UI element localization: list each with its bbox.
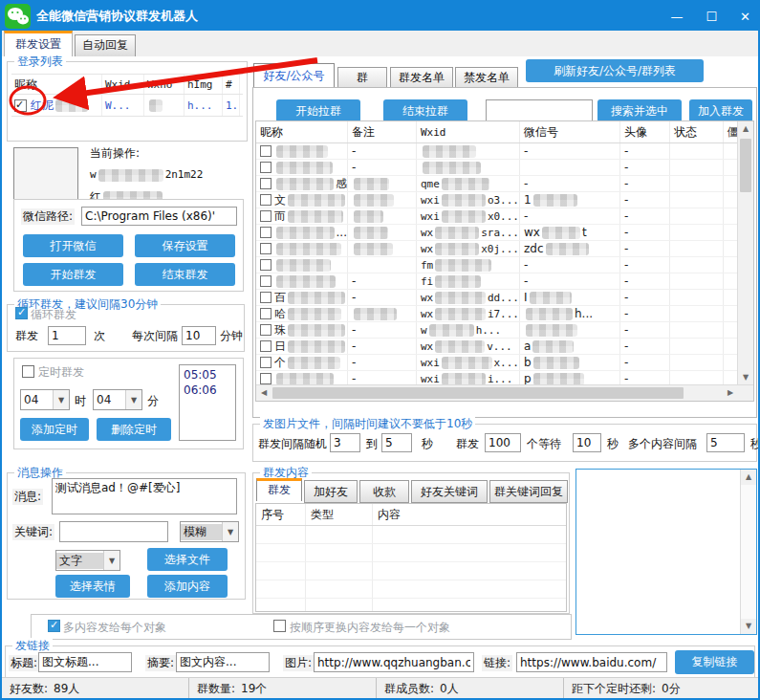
row-checkbox[interactable]: [260, 194, 271, 206]
add-timer-button[interactable]: 添加定时: [20, 418, 89, 441]
friend-row[interactable]: fm--: [256, 257, 753, 273]
interval-prefix: 每次间隔: [132, 328, 178, 344]
scroll-up-icon[interactable]: ▲: [741, 470, 756, 485]
tab-send-list[interactable]: 群发名单: [390, 67, 453, 88]
row-checkbox[interactable]: [260, 292, 271, 303]
row-checkbox[interactable]: [260, 145, 271, 157]
friend-row[interactable]: 感qme--: [256, 176, 753, 192]
select-file-button[interactable]: 选择文件: [147, 548, 228, 571]
log-textarea[interactable]: ▲ ▼: [575, 469, 757, 635]
row-checkbox[interactable]: [260, 324, 271, 336]
timer-send-checkbox[interactable]: [22, 365, 34, 378]
friend-row[interactable]: 日-wxv...a-: [256, 339, 753, 355]
scroll-left-icon[interactable]: ◀: [256, 385, 271, 401]
tab-auto-reply[interactable]: 自动回复: [75, 34, 136, 56]
minimize-button[interactable]: —: [670, 10, 683, 24]
friend-cell: 哈: [256, 306, 348, 321]
maximize-button[interactable]: ☐: [706, 10, 717, 24]
row-checkbox[interactable]: [260, 308, 271, 319]
link-title-input[interactable]: [38, 652, 132, 672]
send-times-input[interactable]: [48, 326, 86, 345]
link-url-input[interactable]: [516, 652, 667, 672]
row-checkbox[interactable]: [260, 243, 271, 254]
interval-max-input[interactable]: [381, 433, 412, 452]
friend-row[interactable]: ---: [256, 143, 753, 160]
start-masssend-button[interactable]: 开始群发: [23, 263, 123, 286]
refresh-list-button[interactable]: 刷新好友/公众号/群列表: [526, 59, 704, 82]
friend-row[interactable]: 而wxix0...--: [256, 208, 753, 225]
login-row[interactable]: 红泥 W... h... 1.: [11, 95, 243, 117]
tab-friends[interactable]: 好友/公众号: [253, 63, 335, 88]
friend-row[interactable]: 个-wxix...b-: [256, 355, 753, 371]
batch-count-input[interactable]: [485, 433, 521, 452]
tab-send-settings[interactable]: 群发设置: [4, 31, 73, 56]
link-summary-input[interactable]: [176, 652, 270, 672]
loop-send-checkbox[interactable]: [15, 307, 28, 319]
multi-content-checkbox[interactable]: [48, 620, 60, 632]
redacted-block: [288, 340, 345, 353]
link-image-input[interactable]: [314, 652, 474, 672]
close-button[interactable]: ✕: [740, 10, 750, 24]
row-checkbox[interactable]: [260, 227, 271, 238]
scroll-down-icon[interactable]: ▼: [741, 619, 756, 634]
minute-select[interactable]: 04▼: [93, 389, 142, 410]
tab-block-list[interactable]: 禁发名单: [455, 67, 518, 88]
timer-list[interactable]: 05:0506:06: [179, 364, 236, 441]
interval-min-input[interactable]: [330, 433, 360, 452]
content-type-select[interactable]: 文字▼: [55, 550, 120, 571]
copy-link-button[interactable]: 复制链接: [675, 650, 754, 674]
row-checkbox[interactable]: [260, 340, 271, 352]
sequential-checkbox[interactable]: [273, 620, 286, 632]
search-select-button[interactable]: 搜索并选中: [597, 99, 682, 122]
friends-hscrollbar[interactable]: ◀ ▶: [256, 384, 753, 401]
interval-input[interactable]: [182, 326, 216, 345]
friend-row[interactable]: 哈wxi7...h...-: [256, 306, 753, 322]
friend-row[interactable]: --: [256, 160, 753, 176]
friends-vscrollbar[interactable]: ▲ ▼: [737, 121, 753, 385]
add-content-button[interactable]: 添加内容: [147, 575, 228, 598]
content-tab-group-keyword[interactable]: 群关键词回复: [489, 480, 568, 503]
timer-list-item[interactable]: 05:05: [184, 367, 231, 383]
friend-row[interactable]: ...wxsra...wxt-: [256, 225, 753, 241]
multi-interval-input[interactable]: [706, 433, 745, 452]
friend-row[interactable]: -fi--: [256, 273, 753, 290]
content-tab-send[interactable]: 群发: [256, 478, 302, 501]
content-tab-addfriend[interactable]: 加好友: [304, 480, 358, 503]
friend-row[interactable]: 文wxio3...1-: [256, 192, 753, 208]
timer-list-item[interactable]: 06:06: [184, 383, 231, 398]
friend-row[interactable]: wxx0j...zdc-: [256, 241, 753, 257]
content-tab-friend-keyword[interactable]: 好友关键词: [411, 480, 488, 503]
wechat-path-input[interactable]: [81, 207, 237, 226]
row-checkbox[interactable]: [260, 259, 271, 271]
row-checkbox[interactable]: [260, 162, 271, 173]
friend-row[interactable]: 珠-wh...-: [256, 322, 753, 339]
select-emoji-button[interactable]: 选择表情: [55, 575, 130, 598]
match-mode-select[interactable]: 模糊▼: [180, 521, 239, 542]
scroll-down-icon[interactable]: ▼: [738, 370, 753, 385]
end-pull-button[interactable]: 结束拉群: [383, 99, 467, 122]
wait-seconds-input[interactable]: [573, 433, 601, 452]
open-wechat-button[interactable]: 打开微信: [23, 234, 123, 257]
tab-groups[interactable]: 群: [337, 67, 387, 88]
row-checkbox[interactable]: [260, 178, 271, 189]
end-masssend-button[interactable]: 结束群发: [135, 263, 235, 286]
delete-timer-button[interactable]: 删除定时: [97, 418, 171, 441]
keyword-input[interactable]: [59, 521, 168, 542]
login-row-checkbox[interactable]: [14, 99, 27, 112]
row-checkbox[interactable]: [260, 357, 271, 368]
timer-send-checkbox-label: 定时群发: [38, 364, 84, 381]
friend-row[interactable]: 百-wxdd...I-: [256, 290, 753, 306]
row-checkbox[interactable]: [260, 210, 271, 222]
row-checkbox[interactable]: [260, 373, 271, 384]
scroll-up-icon[interactable]: ▲: [738, 121, 753, 137]
content-tab-payment[interactable]: 收款: [359, 480, 409, 503]
row-checkbox[interactable]: [260, 275, 271, 287]
message-textarea[interactable]: 测试消息ad！@#[爱心]: [52, 478, 237, 514]
save-settings-button[interactable]: 保存设置: [135, 234, 235, 257]
hour-select[interactable]: 04▼: [20, 389, 70, 410]
add-to-send-button[interactable]: 加入群发: [689, 99, 752, 122]
friend-cell: 日: [256, 339, 348, 354]
scroll-right-icon[interactable]: ▶: [723, 385, 738, 401]
search-input[interactable]: [486, 99, 593, 122]
start-pull-button[interactable]: 开始拉群: [276, 99, 360, 122]
